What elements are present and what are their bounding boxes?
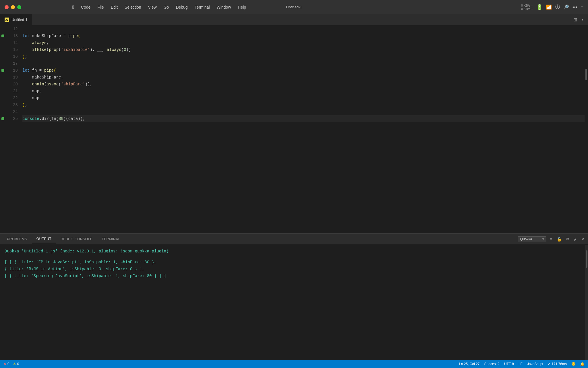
menu-debug[interactable]: Debug (172, 4, 191, 11)
spotlight-icon: 🔎 (563, 4, 569, 10)
menu-edit[interactable]: Edit (107, 4, 121, 11)
lock-scroll-button[interactable]: 🔒 (556, 236, 563, 242)
close-button[interactable] (5, 5, 9, 9)
tab-debug-console[interactable]: DEBUG CONSOLE (56, 235, 97, 243)
gutter-line-13 (0, 32, 6, 39)
info-icon: ⓘ (555, 4, 560, 10)
gutter-line-22 (0, 95, 6, 101)
output-source-select[interactable]: Quokka (518, 236, 546, 242)
js-file-icon: JS (5, 18, 9, 22)
code-editor[interactable]: 12 13 14 15 16 17 18 19 20 21 22 23 24 2… (0, 26, 588, 233)
error-count-value: 0 (7, 362, 9, 366)
tab-output[interactable]: OUTPUT (32, 235, 56, 243)
code-line-25: console.dir(fn(80)(data)); (22, 115, 585, 122)
panel-scrollbar-thumb[interactable] (586, 250, 587, 268)
eol-sequence[interactable]: LF (519, 362, 523, 366)
output-line-4: [ { title: 'Speaking JavaScript', isShip… (5, 273, 581, 279)
statusbar-right: Ln 25, Col 27 Spaces: 2 UTF-8 LF JavaScr… (459, 362, 585, 366)
code-line-16: ); (22, 53, 585, 60)
menu-selection[interactable]: Selection (121, 4, 145, 11)
gutter-line-14 (0, 39, 6, 46)
gutter-line-15 (0, 46, 6, 53)
editor-main: 12 13 14 15 16 17 18 19 20 21 22 23 24 2… (0, 26, 588, 360)
output-line-2: [ [ { title: 'FP in JavaScript', isShipa… (5, 259, 581, 265)
warning-count-value: 0 (17, 362, 19, 366)
line-numbers: 12 13 14 15 16 17 18 19 20 21 22 23 24 2… (6, 26, 20, 233)
menu-terminal[interactable]: Terminal (191, 4, 213, 11)
gutter-line-21 (0, 88, 6, 95)
gutter-line-20 (0, 81, 6, 88)
code-line-23: ); (22, 101, 585, 108)
code-line-15: ifElse(prop('isShipable'), __, always(0)… (22, 46, 585, 53)
warning-icon: ⚠ (13, 362, 16, 366)
menu-file[interactable]: File (94, 4, 107, 11)
quokka-timing: ✓ 171.76ms (548, 362, 567, 366)
tab-actions: ⊞ ● (572, 16, 588, 24)
cursor-position[interactable]: Ln 25, Col 27 (459, 362, 479, 366)
menu-apple[interactable]:  (69, 3, 78, 11)
menu-code[interactable]: Code (78, 4, 94, 11)
gutter-line-19 (0, 74, 6, 81)
gutter-line-12 (0, 26, 6, 32)
statusbar-left: ✕ 0 ⚠ 0 (3, 362, 19, 366)
panel-scrollbar[interactable] (585, 245, 588, 360)
menu-go[interactable]: Go (160, 4, 173, 11)
collapse-panel-button[interactable]: ∧ (572, 236, 578, 242)
copy-output-button[interactable]: ⧉ (565, 236, 570, 242)
editor-scrollbar[interactable] (585, 26, 588, 233)
bottom-panel: PROBLEMS OUTPUT DEBUG CONSOLE TERMINAL Q… (0, 233, 588, 360)
menu-view[interactable]: View (145, 4, 160, 11)
split-editor-button[interactable]: ⊞ (572, 16, 578, 24)
more-icon: ••• (572, 5, 577, 10)
clear-output-button[interactable]: ≡ (549, 236, 553, 242)
battery-icon: 🔋 (536, 4, 543, 10)
minimize-button[interactable] (11, 5, 15, 9)
scrollbar-thumb[interactable] (585, 69, 587, 80)
gutter-line-18 (0, 67, 6, 74)
gutter-line-16 (0, 53, 6, 60)
notification-icon[interactable]: 🔔 (580, 362, 585, 366)
wifi-icon: 📶 (546, 4, 552, 10)
code-lines[interactable]: let makeShipFare = pipe( always, ifElse(… (20, 26, 585, 233)
maximize-button[interactable] (17, 5, 21, 9)
titlebar-right-area: 0 KB/s ↑0 KB/s ↓ 🔋 📶 ⓘ 🔎 ••• ≡ (521, 4, 588, 11)
status-bar: ✕ 0 ⚠ 0 Ln 25, Col 27 Spaces: 2 UTF-8 LF… (0, 360, 588, 368)
code-line-19: makeShipFare, (22, 74, 585, 81)
warning-count[interactable]: ⚠ 0 (13, 362, 19, 366)
close-panel-button[interactable]: ✕ (580, 236, 586, 242)
panel-actions: Quokka ▼ ≡ 🔒 ⧉ ∧ ✕ (518, 236, 586, 242)
window-controls (0, 5, 63, 9)
more-actions-button[interactable]: ● (581, 17, 585, 22)
code-line-20: chain(assoc('shipFare')), (22, 81, 585, 88)
tab-terminal[interactable]: TERMINAL (97, 235, 125, 243)
encoding[interactable]: UTF-8 (504, 362, 514, 366)
error-icon: ✕ (3, 362, 6, 366)
output-line-1: Quokka 'Untitled-1.js' (node: v12.9.1, p… (5, 248, 581, 254)
menu-window[interactable]: Window (213, 4, 235, 11)
output-content[interactable]: Quokka 'Untitled-1.js' (node: v12.9.1, p… (0, 245, 585, 360)
code-line-18: let fn = pipe( (22, 67, 585, 74)
code-line-17 (22, 60, 585, 67)
code-line-21: map, (22, 88, 585, 95)
list-icon: ≡ (581, 5, 583, 10)
tab-filename: Untitled-1 (11, 18, 28, 22)
menu-help[interactable]: Help (234, 4, 249, 11)
indentation[interactable]: Spaces: 2 (484, 362, 500, 366)
window-title: Untitled-1 (286, 5, 302, 9)
emoji-icon[interactable]: 🙂 (571, 362, 576, 366)
titlebar:  Code File Edit Selection View Go Debug… (0, 0, 588, 14)
output-line-3: { title: 'RxJS in Action', isShipable: 0… (5, 266, 581, 272)
editor-tab[interactable]: JS Untitled-1 (0, 14, 32, 25)
error-count[interactable]: ✕ 0 (3, 362, 9, 366)
code-line-13: let makeShipFare = pipe( (22, 32, 585, 39)
tab-problems[interactable]: PROBLEMS (2, 235, 32, 243)
code-line-14: always, (22, 39, 585, 46)
panel-tab-bar: PROBLEMS OUTPUT DEBUG CONSOLE TERMINAL Q… (0, 234, 588, 245)
gutter-line-23 (0, 101, 6, 108)
gutter-line-24 (0, 108, 6, 115)
code-line-12 (22, 26, 585, 32)
gutter-line-17 (0, 60, 6, 67)
tab-bar: JS Untitled-1 ⊞ ● (0, 14, 588, 26)
code-line-24 (22, 108, 585, 115)
language-mode[interactable]: JavaScript (527, 362, 543, 366)
